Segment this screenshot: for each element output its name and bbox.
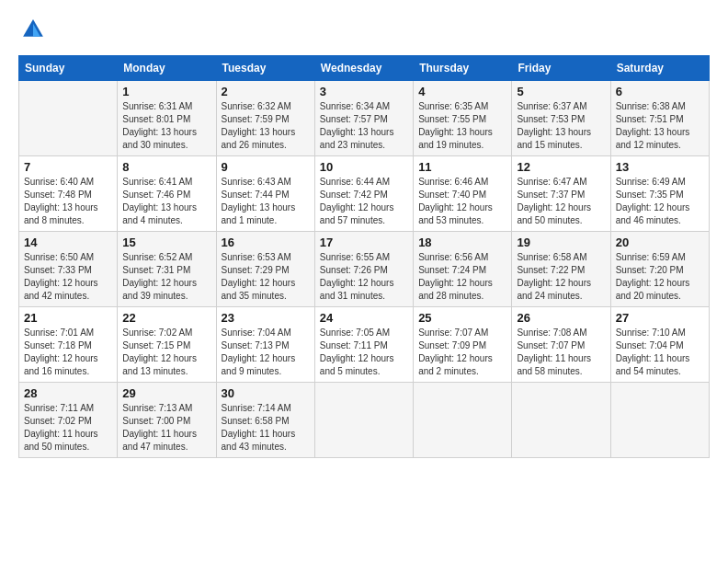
week-row-5: 28Sunrise: 7:11 AMSunset: 7:02 PMDayligh… — [19, 383, 710, 458]
day-info: Sunrise: 6:47 AMSunset: 7:37 PMDaylight:… — [517, 176, 605, 227]
day-info: Sunrise: 7:01 AMSunset: 7:18 PMDaylight:… — [24, 327, 112, 378]
day-info: Sunrise: 7:08 AMSunset: 7:07 PMDaylight:… — [517, 327, 605, 378]
day-info: Sunrise: 6:55 AMSunset: 7:26 PMDaylight:… — [320, 251, 408, 303]
day-info: Sunrise: 6:59 AMSunset: 7:20 PMDaylight:… — [616, 251, 704, 303]
calendar-cell: 14Sunrise: 6:50 AMSunset: 7:33 PMDayligh… — [19, 232, 118, 307]
day-info: Sunrise: 7:05 AMSunset: 7:11 PMDaylight:… — [320, 327, 408, 378]
calendar-cell: 16Sunrise: 6:53 AMSunset: 7:29 PMDayligh… — [216, 232, 314, 307]
calendar-cell — [314, 383, 413, 458]
day-info: Sunrise: 7:10 AMSunset: 7:04 PMDaylight:… — [616, 327, 704, 378]
week-row-2: 7Sunrise: 6:40 AMSunset: 7:48 PMDaylight… — [19, 156, 710, 232]
calendar-cell: 6Sunrise: 6:38 AMSunset: 7:51 PMDaylight… — [610, 81, 709, 156]
calendar-cell: 3Sunrise: 6:34 AMSunset: 7:57 PMDaylight… — [314, 81, 413, 156]
day-info: Sunrise: 7:02 AMSunset: 7:15 PMDaylight:… — [122, 327, 210, 378]
weekday-header-monday: Monday — [118, 56, 216, 81]
calendar-cell: 24Sunrise: 7:05 AMSunset: 7:11 PMDayligh… — [314, 307, 413, 383]
day-info: Sunrise: 7:07 AMSunset: 7:09 PMDaylight:… — [418, 327, 506, 378]
calendar-cell: 23Sunrise: 7:04 AMSunset: 7:13 PMDayligh… — [216, 307, 314, 383]
day-info: Sunrise: 6:53 AMSunset: 7:29 PMDaylight:… — [222, 251, 310, 303]
day-info: Sunrise: 6:35 AMSunset: 7:55 PMDaylight:… — [418, 100, 506, 152]
day-number: 2 — [222, 85, 310, 98]
calendar-table: SundayMondayTuesdayWednesdayThursdayFrid… — [18, 55, 710, 458]
day-number: 7 — [24, 160, 112, 174]
day-number: 25 — [418, 311, 506, 325]
day-number: 16 — [222, 236, 310, 249]
weekday-header-saturday: Saturday — [610, 56, 709, 81]
calendar-cell: 28Sunrise: 7:11 AMSunset: 7:02 PMDayligh… — [19, 383, 118, 458]
week-row-4: 21Sunrise: 7:01 AMSunset: 7:18 PMDayligh… — [19, 307, 710, 383]
page: SundayMondayTuesdayWednesdayThursdayFrid… — [0, 0, 728, 563]
day-number: 23 — [222, 311, 310, 325]
calendar-cell: 19Sunrise: 6:58 AMSunset: 7:22 PMDayligh… — [512, 232, 610, 307]
logo — [18, 17, 46, 46]
day-number: 22 — [122, 311, 210, 325]
day-number: 14 — [24, 236, 112, 249]
calendar-cell: 7Sunrise: 6:40 AMSunset: 7:48 PMDaylight… — [19, 156, 118, 232]
day-number: 24 — [320, 311, 408, 325]
calendar-cell: 26Sunrise: 7:08 AMSunset: 7:07 PMDayligh… — [512, 307, 610, 383]
day-number: 20 — [616, 236, 704, 249]
day-info: Sunrise: 6:50 AMSunset: 7:33 PMDaylight:… — [24, 251, 112, 303]
logo-icon — [20, 17, 46, 42]
week-row-3: 14Sunrise: 6:50 AMSunset: 7:33 PMDayligh… — [19, 232, 710, 307]
calendar-cell: 20Sunrise: 6:59 AMSunset: 7:20 PMDayligh… — [610, 232, 709, 307]
day-number: 4 — [418, 85, 506, 98]
day-info: Sunrise: 6:52 AMSunset: 7:31 PMDaylight:… — [122, 251, 210, 303]
day-info: Sunrise: 6:31 AMSunset: 8:01 PMDaylight:… — [122, 100, 210, 152]
calendar-cell: 25Sunrise: 7:07 AMSunset: 7:09 PMDayligh… — [414, 307, 512, 383]
day-info: Sunrise: 7:11 AMSunset: 7:02 PMDaylight:… — [24, 402, 112, 454]
calendar-cell — [19, 81, 118, 156]
day-number: 17 — [320, 236, 408, 249]
day-info: Sunrise: 6:38 AMSunset: 7:51 PMDaylight:… — [616, 100, 704, 152]
weekday-header-wednesday: Wednesday — [314, 56, 413, 81]
day-info: Sunrise: 6:34 AMSunset: 7:57 PMDaylight:… — [320, 100, 408, 152]
day-number: 5 — [517, 85, 605, 98]
day-number: 13 — [616, 160, 704, 174]
day-number: 8 — [122, 160, 210, 174]
day-info: Sunrise: 6:40 AMSunset: 7:48 PMDaylight:… — [24, 176, 112, 227]
day-number: 11 — [418, 160, 506, 174]
day-number: 30 — [222, 386, 310, 400]
day-info: Sunrise: 7:13 AMSunset: 7:00 PMDaylight:… — [122, 402, 210, 454]
day-number: 27 — [616, 311, 704, 325]
day-info: Sunrise: 7:14 AMSunset: 6:58 PMDaylight:… — [222, 402, 310, 454]
header — [18, 17, 710, 46]
weekday-header-friday: Friday — [512, 56, 610, 81]
day-number: 15 — [122, 236, 210, 249]
day-number: 19 — [517, 236, 605, 249]
day-number: 26 — [517, 311, 605, 325]
day-number: 28 — [24, 386, 112, 400]
day-info: Sunrise: 6:32 AMSunset: 7:59 PMDaylight:… — [222, 100, 310, 152]
calendar-cell: 5Sunrise: 6:37 AMSunset: 7:53 PMDaylight… — [512, 81, 610, 156]
day-number: 10 — [320, 160, 408, 174]
calendar-cell: 17Sunrise: 6:55 AMSunset: 7:26 PMDayligh… — [314, 232, 413, 307]
calendar-cell: 27Sunrise: 7:10 AMSunset: 7:04 PMDayligh… — [610, 307, 709, 383]
day-number: 12 — [517, 160, 605, 174]
calendar-cell: 29Sunrise: 7:13 AMSunset: 7:00 PMDayligh… — [118, 383, 216, 458]
week-row-1: 1Sunrise: 6:31 AMSunset: 8:01 PMDaylight… — [19, 81, 710, 156]
day-info: Sunrise: 6:49 AMSunset: 7:35 PMDaylight:… — [616, 176, 704, 227]
day-number: 6 — [616, 85, 704, 98]
day-number: 29 — [122, 386, 210, 400]
day-number: 9 — [222, 160, 310, 174]
calendar-cell: 22Sunrise: 7:02 AMSunset: 7:15 PMDayligh… — [118, 307, 216, 383]
day-info: Sunrise: 6:44 AMSunset: 7:42 PMDaylight:… — [320, 176, 408, 227]
weekday-header-thursday: Thursday — [414, 56, 512, 81]
day-number: 3 — [320, 85, 408, 98]
weekday-header-sunday: Sunday — [19, 56, 118, 81]
day-number: 18 — [418, 236, 506, 249]
calendar-cell: 30Sunrise: 7:14 AMSunset: 6:58 PMDayligh… — [216, 383, 314, 458]
day-number: 1 — [122, 85, 210, 98]
calendar-cell: 8Sunrise: 6:41 AMSunset: 7:46 PMDaylight… — [118, 156, 216, 232]
day-info: Sunrise: 6:37 AMSunset: 7:53 PMDaylight:… — [517, 100, 605, 152]
calendar-cell — [610, 383, 709, 458]
calendar-cell: 10Sunrise: 6:44 AMSunset: 7:42 PMDayligh… — [314, 156, 413, 232]
day-number: 21 — [24, 311, 112, 325]
day-info: Sunrise: 6:46 AMSunset: 7:40 PMDaylight:… — [418, 176, 506, 227]
day-info: Sunrise: 6:56 AMSunset: 7:24 PMDaylight:… — [418, 251, 506, 303]
calendar-cell: 18Sunrise: 6:56 AMSunset: 7:24 PMDayligh… — [414, 232, 512, 307]
calendar-cell: 13Sunrise: 6:49 AMSunset: 7:35 PMDayligh… — [610, 156, 709, 232]
calendar-cell: 12Sunrise: 6:47 AMSunset: 7:37 PMDayligh… — [512, 156, 610, 232]
calendar-cell: 11Sunrise: 6:46 AMSunset: 7:40 PMDayligh… — [414, 156, 512, 232]
calendar-cell: 1Sunrise: 6:31 AMSunset: 8:01 PMDaylight… — [118, 81, 216, 156]
